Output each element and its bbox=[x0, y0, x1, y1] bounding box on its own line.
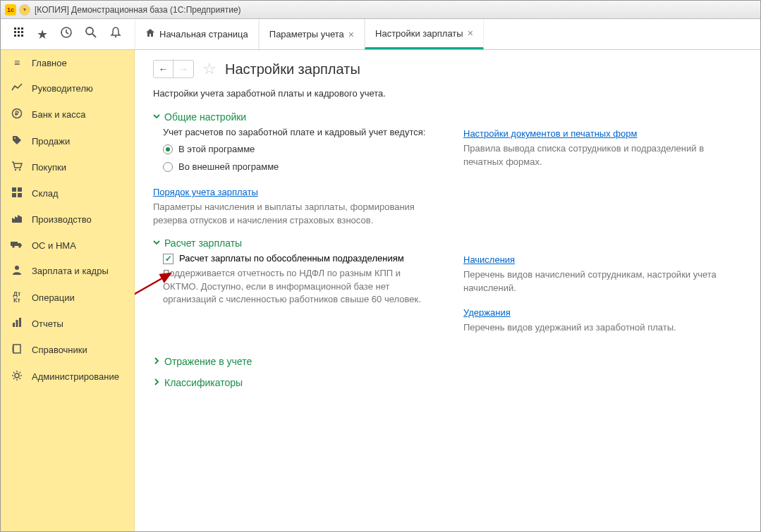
svg-point-10 bbox=[86, 27, 93, 35]
sidebar-item-label: Покупки bbox=[32, 162, 66, 173]
link-desc: Правила вывода списка сотрудников и подр… bbox=[463, 142, 742, 169]
book-icon bbox=[11, 344, 23, 356]
link-desc: Перечень видов удержаний из заработной п… bbox=[463, 321, 742, 335]
sidebar-item-label: Банк и касса bbox=[32, 109, 86, 120]
history-icon[interactable] bbox=[60, 26, 73, 42]
tabs: Начальная страница Параметры учета × Нас… bbox=[135, 19, 484, 49]
sidebar-item-admin[interactable]: Администрирование bbox=[1, 363, 134, 390]
section-classif[interactable]: Классификаторы bbox=[153, 377, 742, 388]
toolbar-icons: ★ bbox=[1, 19, 135, 49]
chevron-right-icon bbox=[153, 357, 160, 366]
svg-rect-6 bbox=[14, 35, 16, 37]
favorite-icon[interactable]: ☆ bbox=[202, 60, 217, 78]
link-deductions[interactable]: Удержания bbox=[463, 307, 511, 318]
radio-group-label: Учет расчетов по заработной плате и кадр… bbox=[163, 127, 435, 137]
radio-icon bbox=[163, 144, 173, 154]
window-title-bar: 1c ▾ [КОПИЯ] Демонстрационная база (1С:П… bbox=[1, 1, 760, 19]
search-icon[interactable] bbox=[85, 26, 97, 42]
apps-icon[interactable] bbox=[13, 27, 25, 42]
dtkt-icon: ДтКт bbox=[11, 291, 23, 304]
sidebar-item-purchases[interactable]: Покупки bbox=[1, 154, 134, 180]
svg-point-16 bbox=[15, 169, 16, 171]
content: ← → ☆ Настройки зарплаты Настройки учета… bbox=[135, 50, 760, 531]
sidebar-item-label: ОС и НМА bbox=[32, 240, 76, 251]
app-logo-icon: 1c bbox=[5, 4, 16, 16]
sidebar: ≡Главное Руководителю ₽Банк и касса Прод… bbox=[1, 50, 135, 531]
link-salary-order[interactable]: Порядок учета зарплаты bbox=[153, 187, 258, 197]
section-calc[interactable]: Расчет зарплаты bbox=[153, 237, 742, 249]
radio-this-program[interactable]: В этой программе bbox=[163, 140, 435, 158]
svg-rect-7 bbox=[18, 35, 20, 37]
sidebar-item-warehouse[interactable]: Склад bbox=[1, 180, 134, 206]
sidebar-item-label: Отчеты bbox=[32, 318, 63, 329]
home-icon bbox=[145, 28, 155, 40]
close-icon[interactable]: × bbox=[468, 27, 473, 39]
dropdown-button[interactable]: ▾ bbox=[19, 4, 30, 16]
section-title: Отражение в учете bbox=[164, 356, 252, 367]
chevron-right-icon bbox=[153, 378, 160, 387]
svg-rect-21 bbox=[18, 193, 22, 197]
link-accruals[interactable]: Начисления bbox=[463, 254, 515, 265]
tab-params[interactable]: Параметры учета × bbox=[259, 19, 365, 49]
sidebar-item-label: Операции bbox=[32, 292, 75, 303]
radio-label: Во внешней программе bbox=[178, 161, 279, 172]
sidebar-item-label: Производство bbox=[32, 214, 92, 225]
tab-salary-settings[interactable]: Настройки зарплаты × bbox=[365, 19, 484, 49]
close-icon[interactable]: × bbox=[348, 29, 354, 40]
checkbox-desc: Поддерживается отчетность по НДФЛ по раз… bbox=[163, 267, 435, 307]
svg-point-29 bbox=[15, 373, 19, 378]
tab-home[interactable]: Начальная страница bbox=[135, 19, 259, 49]
sidebar-item-reports[interactable]: Отчеты bbox=[1, 311, 134, 337]
checkbox-separate-units[interactable] bbox=[163, 254, 173, 264]
link-desc: Перечень видов начислений сотрудникам, н… bbox=[463, 268, 742, 295]
star-icon[interactable]: ★ bbox=[37, 27, 48, 42]
sidebar-item-production[interactable]: Производство bbox=[1, 206, 134, 233]
section-title: Расчет зарплаты bbox=[164, 237, 242, 249]
person-icon bbox=[11, 265, 23, 277]
chart-icon bbox=[11, 82, 23, 94]
svg-point-24 bbox=[18, 245, 21, 248]
grid-icon bbox=[11, 187, 23, 199]
gear-icon bbox=[11, 370, 23, 383]
window-title: [КОПИЯ] Демонстрационная база (1С:Предпр… bbox=[35, 5, 241, 15]
radio-external[interactable]: Во внешней программе bbox=[163, 158, 435, 175]
sidebar-item-sales[interactable]: Продажи bbox=[1, 128, 134, 154]
sidebar-item-operations[interactable]: ДтКтОперации bbox=[1, 284, 134, 311]
menu-icon: ≡ bbox=[11, 57, 23, 68]
link-desc: Параметры начисления и выплаты зарплаты,… bbox=[153, 201, 435, 228]
section-reflect[interactable]: Отражение в учете bbox=[153, 356, 742, 367]
bars-icon bbox=[11, 318, 23, 330]
radio-icon bbox=[163, 162, 173, 172]
sidebar-item-refs[interactable]: Справочники bbox=[1, 337, 134, 363]
svg-point-23 bbox=[12, 245, 15, 248]
svg-rect-19 bbox=[18, 187, 22, 192]
truck-icon bbox=[11, 240, 23, 251]
tab-label: Настройки зарплаты bbox=[375, 28, 463, 39]
checkbox-label: Расчет зарплаты по обособленным подразде… bbox=[179, 253, 404, 264]
svg-rect-2 bbox=[21, 27, 23, 30]
svg-rect-27 bbox=[16, 320, 18, 327]
forward-button[interactable]: → bbox=[173, 61, 193, 78]
page-subtitle: Настройки учета заработной платы и кадро… bbox=[153, 88, 742, 99]
sidebar-item-salary[interactable]: Зарплата и кадры bbox=[1, 258, 134, 284]
svg-rect-3 bbox=[14, 31, 16, 33]
sidebar-item-bank[interactable]: ₽Банк и касса bbox=[1, 101, 134, 128]
sidebar-item-assets[interactable]: ОС и НМА bbox=[1, 233, 134, 258]
sidebar-item-label: Справочники bbox=[32, 345, 87, 355]
sidebar-item-label: Руководителю bbox=[32, 83, 93, 94]
sidebar-item-main[interactable]: ≡Главное bbox=[1, 50, 134, 75]
chevron-down-icon bbox=[153, 113, 160, 121]
link-doc-settings[interactable]: Настройки документов и печатных форм bbox=[463, 128, 637, 139]
svg-rect-1 bbox=[18, 27, 20, 30]
sidebar-item-label: Зарплата и кадры bbox=[32, 266, 109, 276]
sidebar-item-manager[interactable]: Руководителю bbox=[1, 75, 134, 101]
svg-rect-5 bbox=[21, 31, 23, 33]
svg-rect-8 bbox=[21, 35, 23, 37]
radio-label: В этой программе bbox=[178, 144, 255, 154]
svg-point-15 bbox=[14, 137, 16, 139]
tab-label: Начальная страница bbox=[159, 29, 248, 39]
back-button[interactable]: ← bbox=[154, 61, 173, 78]
section-general[interactable]: Общие настройки bbox=[153, 111, 742, 123]
bell-icon[interactable] bbox=[109, 26, 122, 42]
tab-label: Параметры учета bbox=[269, 29, 344, 39]
